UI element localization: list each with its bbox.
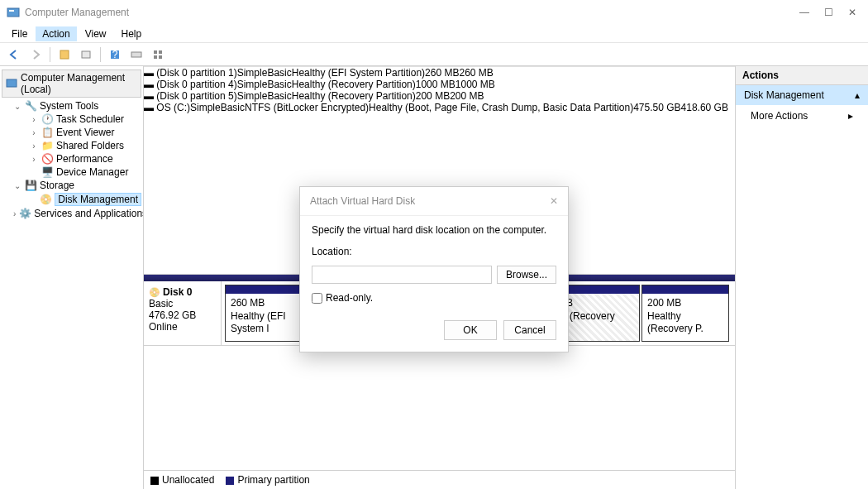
svg-rect-9 — [154, 55, 157, 59]
services-icon: ⚙️ — [19, 208, 31, 219]
table-row[interactable]: ▬ OS (C:)SimpleBasicNTFS (BitLocker Encr… — [144, 102, 735, 113]
svg-rect-2 — [60, 50, 69, 59]
svg-rect-11 — [7, 79, 17, 87]
maximize-button[interactable]: ☐ — [824, 7, 833, 18]
menu-view[interactable]: View — [79, 26, 113, 41]
legend: Unallocated Primary partition — [144, 470, 735, 489]
tree-performance[interactable]: ›🚫Performance — [2, 152, 141, 165]
app-icon — [7, 6, 20, 19]
wrench-icon: 🔧 — [25, 100, 36, 112]
menu-action[interactable]: Action — [36, 26, 76, 41]
dialog-close-icon[interactable]: ✕ — [550, 195, 558, 207]
minimize-button[interactable]: — — [799, 7, 809, 18]
svg-rect-8 — [159, 50, 162, 54]
folder-icon: 📁 — [41, 140, 53, 151]
svg-rect-1 — [9, 10, 14, 12]
tree-panel: Computer Management (Local) ⌄🔧System Too… — [0, 66, 144, 489]
back-button[interactable] — [5, 46, 23, 64]
computer-icon — [6, 78, 17, 89]
tree-task-scheduler[interactable]: ›🕐Task Scheduler — [2, 113, 141, 126]
close-button[interactable]: ✕ — [848, 7, 856, 18]
tree-event-viewer[interactable]: ›📋Event Viewer — [2, 126, 141, 139]
collapse-icon: ▴ — [855, 89, 860, 101]
readonly-label: Read-only. — [326, 292, 373, 304]
event-icon: 📋 — [41, 127, 53, 138]
chevron-right-icon: ▸ — [848, 110, 853, 122]
toolbar-icon-3[interactable] — [127, 46, 145, 64]
disk-info[interactable]: 📀 Disk 0 Basic 476.92 GB Online — [144, 281, 222, 345]
tree-root[interactable]: Computer Management (Local) — [2, 70, 141, 98]
svg-rect-7 — [154, 50, 157, 54]
tree-device-manager[interactable]: 🖥️Device Manager — [2, 165, 141, 179]
window-title: Computer Management — [25, 7, 799, 18]
device-icon: 🖥️ — [41, 166, 53, 178]
toolbar-icon-2[interactable] — [77, 46, 95, 64]
actions-more[interactable]: More Actions▸ — [736, 105, 868, 127]
help-icon[interactable]: ? — [106, 46, 124, 64]
svg-rect-6 — [131, 52, 141, 57]
menu-file[interactable]: File — [5, 26, 34, 41]
tree-disk-management[interactable]: 📀Disk Management — [2, 192, 141, 207]
cancel-button[interactable]: Cancel — [503, 320, 556, 340]
dialog-message: Specify the virtual hard disk location o… — [312, 224, 556, 236]
perf-icon: 🚫 — [41, 153, 53, 165]
clock-icon: 🕐 — [41, 113, 53, 125]
menubar: File Action View Help — [0, 25, 868, 43]
toolbar-icon-1[interactable] — [55, 46, 74, 64]
svg-text:?: ? — [112, 49, 118, 60]
attach-vhd-dialog: Attach Virtual Hard Disk ✕ Specify the v… — [299, 186, 569, 352]
svg-rect-10 — [159, 55, 162, 59]
tree-storage[interactable]: ⌄💾Storage — [2, 179, 141, 192]
disk-icon: 📀 — [40, 194, 51, 205]
actions-header: Actions — [736, 66, 868, 85]
actions-section[interactable]: Disk Management▴ — [736, 85, 868, 105]
tree-system-tools[interactable]: ⌄🔧System Tools — [2, 99, 141, 113]
dialog-title: Attach Virtual Hard Disk — [310, 195, 415, 207]
svg-rect-0 — [7, 8, 19, 17]
location-input[interactable] — [312, 266, 492, 284]
toolbar: ? — [0, 43, 868, 66]
table-row[interactable]: ▬ (Disk 0 partition 1)SimpleBasicHealthy… — [144, 67, 735, 79]
tree-services[interactable]: ›⚙️Services and Applications — [2, 207, 141, 220]
location-label: Location: — [312, 246, 556, 257]
table-row[interactable]: ▬ (Disk 0 partition 4)SimpleBasicHealthy… — [144, 79, 735, 90]
readonly-checkbox[interactable] — [312, 293, 322, 304]
tree-shared-folders[interactable]: ›📁Shared Folders — [2, 139, 141, 152]
partition-box[interactable]: 200 MBHealthy (Recovery P. — [641, 285, 729, 342]
menu-help[interactable]: Help — [115, 26, 149, 41]
table-row[interactable]: ▬ (Disk 0 partition 5)SimpleBasicHealthy… — [144, 90, 735, 102]
forward-button[interactable] — [26, 46, 45, 64]
toolbar-icon-4[interactable] — [149, 46, 167, 64]
browse-button[interactable]: Browse... — [497, 266, 556, 284]
svg-rect-3 — [82, 51, 90, 58]
actions-panel: Actions Disk Management▴ More Actions▸ — [736, 66, 868, 489]
ok-button[interactable]: OK — [444, 320, 497, 340]
titlebar: Computer Management — ☐ ✕ — [0, 0, 868, 25]
storage-icon: 💾 — [25, 180, 36, 191]
